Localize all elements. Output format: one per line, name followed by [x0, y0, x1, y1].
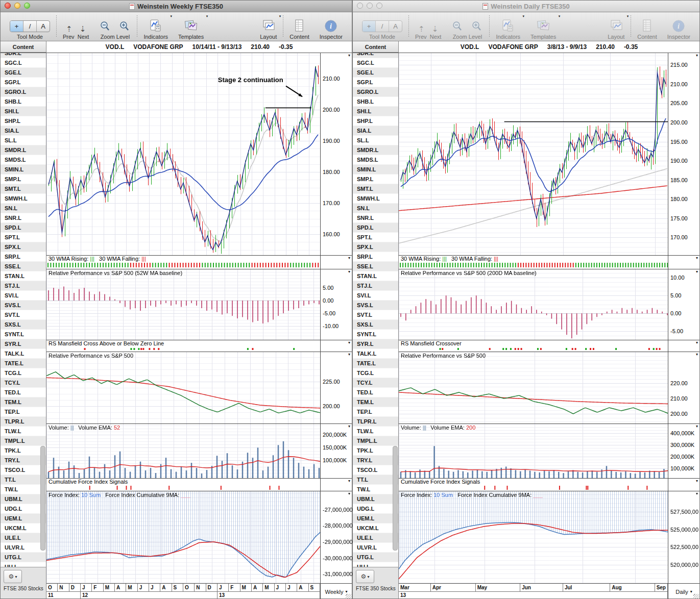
- list-item[interactable]: SNR.L: [1, 213, 46, 223]
- list-item[interactable]: SMP.L: [1, 174, 46, 184]
- list-item[interactable]: SXS.L: [1, 320, 46, 330]
- chart-canvas[interactable]: [399, 485, 699, 490]
- chart-canvas[interactable]: [399, 269, 699, 340]
- list-item[interactable]: TEP.L: [1, 407, 46, 417]
- panel-menu-icon[interactable]: ▾: [696, 53, 698, 58]
- list-item[interactable]: SRP.L: [1, 252, 46, 262]
- list-item[interactable]: TCG.L: [1, 368, 46, 378]
- value-axis[interactable]: ▾200,000K150,000K100,000K: [320, 424, 352, 478]
- list-item[interactable]: SIA.L: [1, 126, 46, 136]
- panel-menu-icon[interactable]: ▾: [696, 340, 698, 345]
- list-item[interactable]: SGP.L: [353, 78, 398, 87]
- rp-histogram-panel[interactable]: Relative Performance vs S&P 500 (52W MA …: [46, 269, 320, 340]
- list-item[interactable]: TCG.L: [353, 368, 398, 378]
- templates-icon[interactable]: [184, 18, 198, 33]
- zoom-in-icon[interactable]: [118, 20, 131, 33]
- crosshair-tool-button[interactable]: +: [363, 21, 376, 32]
- value-axis[interactable]: ▾: [668, 340, 699, 352]
- list-item[interactable]: TALK.L: [1, 349, 46, 359]
- value-axis[interactable]: ▾: [320, 340, 352, 352]
- list-item[interactable]: SPD.L: [353, 223, 398, 233]
- sidebar-scrollbar[interactable]: [40, 446, 45, 551]
- list-item[interactable]: SYNT.L: [353, 330, 398, 339]
- value-axis[interactable]: ▾210.00200.00190.00180.00170.00160.00: [320, 53, 352, 255]
- list-item[interactable]: TRY.L: [1, 456, 46, 465]
- value-axis[interactable]: ▾225.00200.00: [320, 352, 352, 423]
- list-item[interactable]: STJ.L: [1, 281, 46, 291]
- list-item[interactable]: SGE.L: [353, 68, 398, 78]
- force-index-panel[interactable]: Force Index: 10 Sum Force Index Cumulati…: [46, 491, 320, 583]
- list-item[interactable]: UKCM.L: [353, 523, 398, 533]
- list-item[interactable]: SGE.L: [1, 68, 46, 78]
- cumfi-panel[interactable]: Cumulative Force Index Signals: [46, 479, 320, 491]
- chart-canvas[interactable]: [46, 53, 320, 255]
- list-item[interactable]: ULVR.L: [1, 543, 46, 553]
- list-item[interactable]: TLW.L: [353, 427, 398, 436]
- list-item[interactable]: SN.L: [1, 204, 46, 213]
- volume-panel[interactable]: Volume: ||| Volume EMA: 200: [399, 424, 668, 478]
- list-item[interactable]: TED.L: [353, 388, 398, 397]
- list-item[interactable]: UKCM.L: [1, 523, 46, 533]
- titlebar[interactable]: Weinstein Weekly FTSE350: [1, 1, 352, 12]
- next-icon[interactable]: ⇣: [432, 26, 439, 33]
- rp-line-panel[interactable]: Relative Performance vs S&P 500: [399, 352, 668, 423]
- list-item[interactable]: SVT.L: [353, 310, 398, 320]
- list-item[interactable]: SRP.L: [353, 252, 398, 262]
- value-axis[interactable]: ▾215.00210.00205.00200.00195.00190.00185…: [668, 53, 699, 255]
- list-item[interactable]: SHI.L: [1, 107, 46, 116]
- list-item[interactable]: SMT.L: [353, 184, 398, 194]
- list-item[interactable]: SVI.L: [353, 291, 398, 301]
- value-axis[interactable]: ▾527,500,00525,000,00522,500,00520,000,0…: [668, 491, 699, 583]
- list-item[interactable]: SL.L: [1, 136, 46, 145]
- list-item[interactable]: STAN.L: [1, 271, 46, 281]
- minimize-button[interactable]: [14, 3, 20, 9]
- list-item[interactable]: UBM.L: [353, 494, 398, 504]
- list-item[interactable]: TLPR.L: [1, 417, 46, 427]
- list-item[interactable]: SVT.L: [1, 310, 46, 320]
- list-item[interactable]: UDG.L: [353, 504, 398, 514]
- resize-grip-icon[interactable]: [346, 594, 351, 599]
- rp-line-panel[interactable]: Relative Performance vs S&P 500: [46, 352, 320, 423]
- panel-menu-icon[interactable]: ▾: [348, 53, 350, 58]
- value-axis[interactable]: ▾220.00210.00200.00: [668, 352, 699, 423]
- list-item[interactable]: TPK.L: [1, 446, 46, 456]
- list-item[interactable]: SYR.L: [1, 339, 46, 349]
- list-item[interactable]: TW.L: [1, 485, 46, 494]
- list-item[interactable]: TCY.L: [1, 378, 46, 388]
- list-item[interactable]: UU.L: [1, 562, 46, 567]
- chart-canvas[interactable]: [46, 269, 352, 340]
- gear-button[interactable]: ⚙▾: [356, 570, 374, 583]
- list-item[interactable]: SVS.L: [1, 301, 46, 310]
- close-button[interactable]: [357, 3, 363, 9]
- panel-menu-icon[interactable]: ▾: [696, 256, 698, 260]
- list-item[interactable]: TPK.L: [353, 446, 398, 456]
- list-item[interactable]: SDR.L: [353, 53, 398, 58]
- list-item[interactable]: TED.L: [1, 388, 46, 397]
- list-item[interactable]: STJ.L: [353, 281, 398, 291]
- chart-canvas[interactable]: [399, 424, 699, 478]
- list-item[interactable]: TLPR.L: [353, 417, 398, 427]
- list-item[interactable]: SHI.L: [353, 107, 398, 116]
- list-item[interactable]: TALK.L: [353, 349, 398, 359]
- list-item[interactable]: SMDS.L: [1, 155, 46, 165]
- list-item[interactable]: SMDR.L: [1, 145, 46, 155]
- chart-canvas[interactable]: [399, 352, 699, 423]
- chart-canvas[interactable]: [46, 485, 352, 490]
- list-item[interactable]: SIA.L: [353, 126, 398, 136]
- panel-menu-icon[interactable]: ▾: [696, 352, 698, 357]
- prev-icon[interactable]: ⇡: [66, 26, 73, 33]
- list-item[interactable]: TSCO.L: [353, 465, 398, 475]
- chart-canvas[interactable]: [399, 347, 699, 351]
- list-item[interactable]: SXS.L: [353, 320, 398, 330]
- list-item[interactable]: TMPL.L: [353, 436, 398, 446]
- chart-canvas[interactable]: [46, 352, 352, 423]
- cumfi-panel[interactable]: Cumulative Force Index Signals: [399, 479, 668, 491]
- value-axis[interactable]: ▾-27,000,000-28,000,000-29,000,000-30,00…: [320, 491, 352, 583]
- list-item[interactable]: TLW.L: [1, 427, 46, 436]
- list-item[interactable]: SPT.L: [1, 233, 46, 242]
- panel-menu-icon[interactable]: ▾: [696, 479, 698, 483]
- text-tool-button[interactable]: A: [389, 21, 402, 32]
- templates-icon[interactable]: [536, 18, 550, 33]
- chart-canvas[interactable]: [399, 262, 699, 268]
- volume-panel[interactable]: Volume: ||| Volume EMA: 52: [46, 424, 320, 478]
